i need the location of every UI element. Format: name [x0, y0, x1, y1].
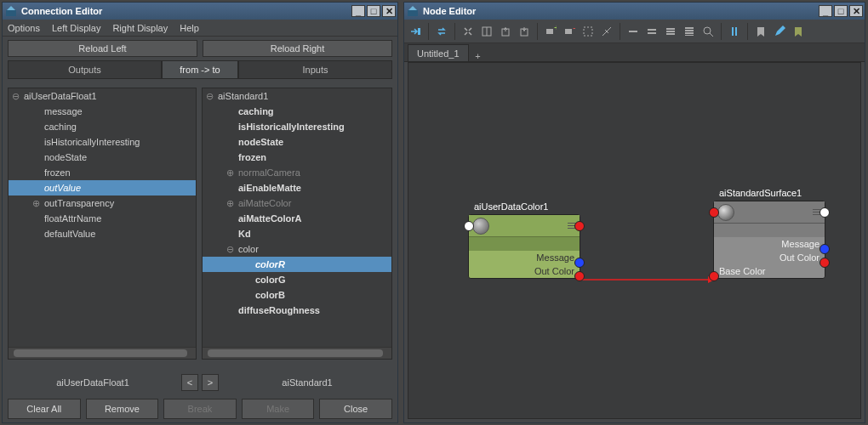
- inputs-header[interactable]: Inputs: [238, 60, 392, 79]
- right-item[interactable]: ⊕normalCamera: [203, 165, 391, 180]
- mode3-icon[interactable]: [665, 26, 677, 37]
- left-hscroll[interactable]: [9, 347, 196, 359]
- right-item[interactable]: diffuseRoughness: [203, 303, 391, 318]
- right-item[interactable]: colorR: [203, 257, 391, 272]
- right-item[interactable]: ⊖color: [203, 241, 391, 257]
- snap-icon[interactable]: [728, 26, 740, 37]
- ne-toolbar: + -: [404, 20, 865, 43]
- right-item[interactable]: nodeState: [203, 134, 391, 150]
- layout-icon[interactable]: [481, 26, 493, 37]
- left-item[interactable]: isHistoricallyInteresting: [9, 134, 196, 150]
- right-item[interactable]: aiEnableMatte: [203, 180, 391, 196]
- expand-icon[interactable]: [462, 26, 474, 37]
- input-port[interactable]: [709, 207, 719, 218]
- close-button[interactable]: ✕: [382, 5, 396, 17]
- make-button[interactable]: Make: [242, 399, 315, 419]
- node-editor-window: Node Editor _ □ ✕ + - Untitled_1 +: [403, 2, 865, 423]
- right-item[interactable]: Kd: [203, 226, 391, 241]
- mode4-icon[interactable]: [683, 26, 695, 37]
- left-attr-list[interactable]: ⊖aiUserDataFloat1 messagecachingisHistor…: [8, 88, 197, 360]
- sync-icon[interactable]: [436, 26, 448, 37]
- input-port[interactable]: [464, 221, 474, 231]
- attr-outcolor[interactable]: Out Color: [469, 264, 580, 278]
- prev-button[interactable]: <: [181, 374, 198, 391]
- left-item[interactable]: nodeState: [9, 150, 196, 165]
- port-message[interactable]: [819, 244, 830, 254]
- reload-left-button[interactable]: Reload Left: [8, 40, 197, 57]
- menu-options[interactable]: Options: [8, 23, 40, 33]
- right-item[interactable]: colorG: [203, 272, 391, 287]
- next-button[interactable]: >: [202, 374, 219, 391]
- mode1-icon[interactable]: [627, 26, 639, 37]
- left-item[interactable]: outValue: [9, 180, 196, 196]
- attr-basecolor[interactable]: Base Color: [714, 264, 825, 278]
- svg-rect-9: [565, 29, 572, 34]
- select-icon[interactable]: [582, 26, 594, 37]
- output-port[interactable]: [574, 221, 585, 231]
- node-canvas[interactable]: aiUserDataColor1 Message Out Color aiSta…: [408, 62, 861, 419]
- toggle-input-icon[interactable]: [409, 26, 421, 37]
- right-item[interactable]: frozen: [203, 150, 391, 165]
- menu-help[interactable]: Help: [180, 23, 199, 33]
- break-icon[interactable]: [601, 26, 613, 37]
- bookmark2-icon[interactable]: [792, 26, 804, 37]
- node-aistandardsurface1[interactable]: aiStandardSurface1 Message Out Color Bas…: [713, 201, 825, 279]
- remove-node-icon[interactable]: -: [563, 26, 575, 37]
- output-port[interactable]: [819, 207, 830, 218]
- maximize-button[interactable]: □: [367, 5, 380, 17]
- minimize-button[interactable]: _: [351, 5, 365, 17]
- attr-message[interactable]: Message: [469, 251, 580, 264]
- zoom-icon[interactable]: [702, 26, 714, 37]
- right-attr-list[interactable]: ⊖aiStandard1 cachingisHistoricallyIntere…: [202, 88, 392, 360]
- left-item[interactable]: floatAttrName: [9, 211, 196, 226]
- right-root[interactable]: ⊖aiStandard1: [203, 88, 391, 104]
- mode2-icon[interactable]: [646, 26, 658, 37]
- close-button-footer[interactable]: Close: [319, 399, 392, 419]
- port-basecolor[interactable]: [709, 271, 719, 281]
- right-item[interactable]: caching: [203, 104, 391, 119]
- right-item[interactable]: colorB: [203, 287, 391, 303]
- ne-titlebar[interactable]: Node Editor _ □ ✕: [404, 3, 865, 20]
- attr-outcolor[interactable]: Out Color: [714, 251, 825, 264]
- edit-icon[interactable]: [774, 26, 785, 37]
- clear-all-button[interactable]: Clear All: [8, 399, 81, 419]
- outputs-header[interactable]: Outputs: [8, 60, 162, 79]
- left-item[interactable]: ⊕outTransparency: [9, 196, 196, 211]
- port-message[interactable]: [574, 258, 585, 268]
- menu-right-display[interactable]: Right Display: [112, 23, 168, 33]
- left-item[interactable]: caching: [9, 119, 196, 134]
- fromto-header[interactable]: from -> to: [162, 60, 238, 79]
- right-item[interactable]: isHistoricallyInteresting: [203, 119, 391, 134]
- svg-rect-27: [735, 27, 737, 36]
- node-head[interactable]: [714, 201, 825, 224]
- reload-right-button[interactable]: Reload Right: [203, 40, 392, 57]
- left-item[interactable]: message: [9, 104, 196, 119]
- menu-left-display[interactable]: Left Display: [52, 23, 100, 33]
- remove-button[interactable]: Remove: [86, 399, 159, 419]
- svg-rect-18: [666, 31, 675, 32]
- conn-title: Connection Editor: [21, 6, 102, 16]
- tab-untitled[interactable]: Untitled_1: [408, 44, 469, 61]
- node-head[interactable]: [469, 215, 580, 237]
- left-root[interactable]: ⊖aiUserDataFloat1: [9, 88, 196, 104]
- bookmark-icon[interactable]: [755, 26, 767, 37]
- right-item[interactable]: aiMatteColorA: [203, 211, 391, 226]
- port-outcolor[interactable]: [819, 258, 830, 268]
- add-node-icon[interactable]: +: [545, 26, 557, 37]
- attr-message[interactable]: Message: [714, 237, 825, 251]
- minimize-button[interactable]: _: [819, 5, 832, 17]
- maximize-button[interactable]: □: [834, 5, 848, 17]
- left-item[interactable]: frozen: [9, 165, 196, 180]
- close-button[interactable]: ✕: [849, 5, 863, 17]
- right-hscroll[interactable]: [203, 347, 391, 359]
- right-item[interactable]: ⊕aiMatteColor: [203, 196, 391, 211]
- conn-titlebar[interactable]: Connection Editor _ □ ✕: [3, 3, 397, 20]
- add-tab-button[interactable]: +: [471, 51, 486, 61]
- node-aiuserdatacolor1[interactable]: aiUserDataColor1 Message Out Color: [468, 214, 580, 279]
- left-item[interactable]: defaultValue: [9, 226, 196, 241]
- port-outcolor[interactable]: [574, 271, 585, 281]
- import-icon[interactable]: [518, 26, 530, 37]
- svg-rect-0: [6, 10, 16, 16]
- export-icon[interactable]: [500, 26, 511, 37]
- break-button[interactable]: Break: [163, 399, 237, 419]
